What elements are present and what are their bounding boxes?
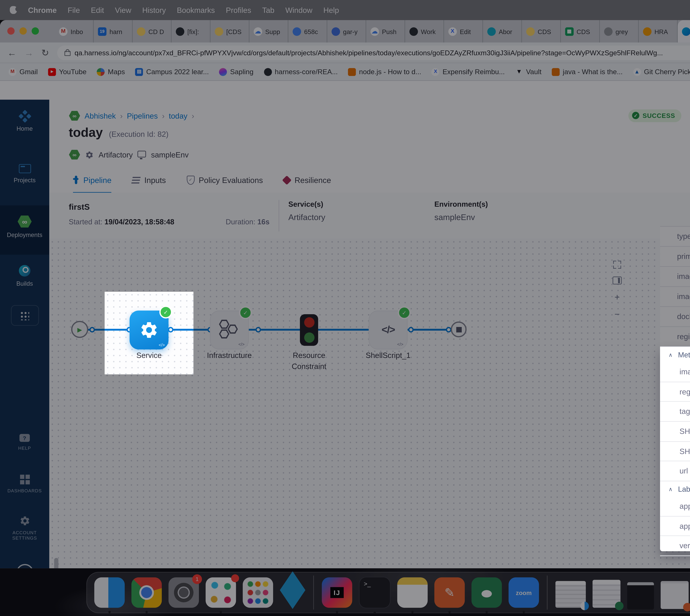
kv-key: app.harness.io [679,502,690,510]
kv-key: url [679,467,690,476]
collapse-chevron-icon[interactable]: ∧ [669,486,673,492]
collapse-chevron-icon[interactable]: ∧ [669,352,673,358]
metadata-rows: image harness-ken-docker-repo-1.jf... re… [660,362,690,481]
macos-screen: Chrome FileEditViewHistoryBookmarksProfi… [0,0,690,616]
kv-row: image harness-ken-docker-repo-1.jf... [660,362,690,382]
kv-row: version 4.0 [660,536,690,556]
kv-key: version [679,542,690,550]
service-node-spotlight: ✓ </> Service [105,292,193,374]
kv-key: SHA [679,447,690,456]
spotlight-dim-overlay [0,0,690,616]
kv-row: app.harness 31.0 [660,516,690,536]
label-section-header[interactable]: ∧ Label [660,481,690,497]
kv-key: image [679,368,690,376]
kv-row: tag four [660,402,690,422]
success-check-icon: ✓ [160,306,172,318]
code-icon: </> [159,343,165,347]
gear-icon [139,320,159,340]
kv-key: registryHostname [679,388,690,396]
label-rows: app.harness.io 100hello app.harness 31.0… [660,497,690,556]
kv-key: app.harness [679,522,690,530]
node-label: Service [102,350,196,361]
service-node[interactable]: ✓ </> [130,311,168,350]
section-title: Label [678,485,690,493]
kv-row: SHA sha256:658c8eae64831... [660,442,690,462]
connector-port [168,327,173,333]
kv-row: SHAV2 sha256:658c8eae64831... [660,422,690,442]
screenshot-viewport: Chrome FileEditViewHistoryBookmarksProfi… [0,0,690,616]
kv-row: url https://harness.jfrog.io/artifa... [660,462,690,481]
kv-row: app.harness.io 100hello [660,497,690,516]
kv-key: SHAV2 [679,427,690,436]
metadata-panel: ∧ Metadata image harness-ken-docker-repo… [660,347,690,551]
metadata-section-header[interactable]: ∧ Metadata [660,347,690,362]
kv-key: tag [679,407,690,416]
section-title: Metadata [678,350,690,359]
kv-row: registryHostname harness-ken-docker-repo… [660,382,690,402]
